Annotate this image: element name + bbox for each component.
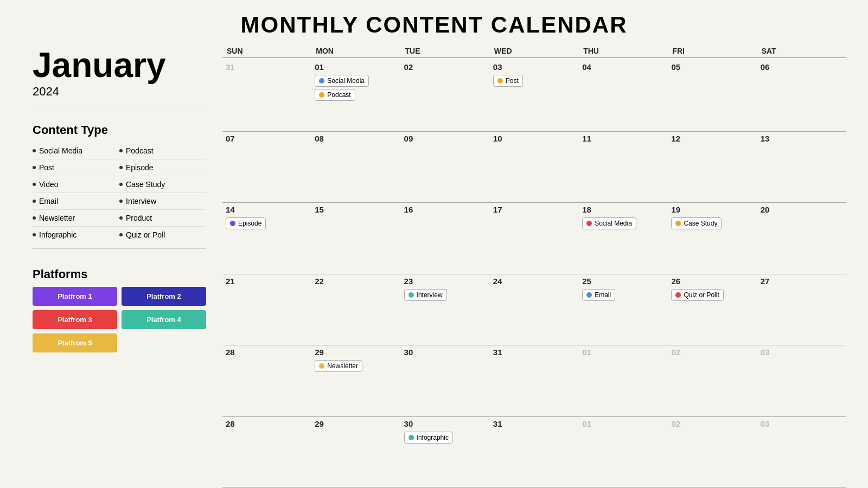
cell-day: 27 [761, 277, 843, 286]
event-label: Social Media [327, 77, 365, 85]
cell-day: 05 [671, 62, 754, 72]
cal-cell: 29Newsletter [311, 345, 400, 417]
cal-cell: 27 [757, 274, 846, 346]
cal-cell: 16 [401, 203, 490, 274]
cell-day: 03 [493, 62, 576, 72]
cal-cell: 14Episode [222, 203, 311, 274]
event-badge: Case Study [671, 217, 722, 229]
cal-cell: 31 [490, 417, 579, 489]
content-type-item: Newsletter [33, 210, 119, 227]
day-header-mon: MON [311, 43, 400, 58]
cell-day: 03 [761, 348, 843, 357]
cal-cell: 01 [579, 417, 668, 489]
cal-cell: 03Post [490, 60, 579, 132]
cell-day: 14 [226, 205, 308, 214]
cell-day: 15 [315, 205, 397, 214]
cal-cell: 20 [757, 203, 846, 274]
left-panel: January 2024 Content Type Social MediaPo… [16, 43, 217, 488]
cell-day: 23 [404, 277, 487, 286]
event-label: Email [595, 291, 611, 299]
cell-day: 24 [493, 277, 576, 286]
day-header-thu: THU [579, 43, 668, 58]
cal-cell: 31 [490, 345, 579, 417]
cell-day: 22 [315, 277, 397, 286]
year: 2024 [33, 85, 206, 99]
platform-btn-p5[interactable]: Platfrom 5 [33, 333, 117, 352]
event-badge: Social Media [315, 75, 369, 87]
content-type-label: Episode [126, 163, 154, 172]
cal-cell: 18Social Media [579, 203, 668, 274]
platform-btn-p3[interactable]: Platfrom 3 [33, 310, 117, 329]
cal-cell: 08 [311, 132, 400, 203]
cal-cell: 03 [757, 345, 846, 417]
cal-cell: 30 [401, 345, 490, 417]
content-type-item: Episode [119, 159, 206, 176]
cal-cell: 10 [490, 132, 579, 203]
content-type-label: Email [39, 197, 58, 206]
cal-cell: 15 [311, 203, 400, 274]
event-label: Social Media [595, 220, 632, 227]
content-type-item: Infographic [33, 227, 119, 243]
cal-cell: 24 [490, 274, 579, 346]
cell-day: 04 [582, 62, 665, 72]
event-badge: Newsletter [315, 360, 362, 372]
cell-day: 09 [404, 134, 487, 143]
cell-day: 01 [315, 62, 397, 72]
bullet [119, 166, 123, 169]
content-type-label: Podcast [126, 146, 154, 155]
content-type-title: Content Type [33, 123, 206, 137]
content-type-list: Social MediaPodcastPostEpisodeVideoCase … [33, 143, 206, 243]
content-type-item: Email [33, 193, 119, 210]
page-title: MONTHLY CONTENT CALENDAR [240, 12, 627, 38]
main-container: January 2024 Content Type Social MediaPo… [16, 43, 852, 488]
day-header-wed: WED [490, 43, 579, 58]
bullet [119, 233, 123, 236]
content-type-item: Interview [119, 193, 206, 210]
event-dot [319, 363, 324, 369]
cell-day: 10 [493, 134, 576, 143]
cal-cell: 03 [757, 417, 846, 489]
divider-1 [33, 112, 206, 112]
content-type-label: Infographic [39, 230, 76, 239]
content-type-label: Product [126, 214, 152, 222]
bullet [33, 216, 36, 220]
cal-cell: 23Interview [401, 274, 490, 346]
cell-day: 01 [582, 348, 665, 357]
cell-day: 01 [582, 419, 665, 428]
platform-btn-p4[interactable]: Platfrom 4 [122, 310, 206, 329]
day-header-sat: SAT [757, 43, 846, 58]
cal-cell: 02 [668, 345, 757, 417]
bullet [33, 149, 36, 152]
content-type-label: Social Media [39, 146, 82, 155]
cal-cell: 05 [668, 60, 757, 132]
cell-day: 07 [226, 134, 308, 143]
cal-cell: 21 [222, 274, 311, 346]
cell-day: 28 [226, 348, 308, 357]
cal-cell: 01 [579, 345, 668, 417]
cal-cell: 02 [668, 417, 757, 489]
event-label: Newsletter [327, 362, 358, 370]
event-dot [409, 435, 414, 440]
cell-day: 20 [761, 205, 843, 214]
bullet [119, 183, 123, 186]
cell-day: 13 [761, 134, 843, 143]
cell-day: 31 [226, 62, 308, 72]
platform-btn-p1[interactable]: Platfrom 1 [33, 287, 117, 306]
event-dot [675, 292, 681, 298]
bullet [119, 200, 123, 203]
cell-day: 16 [404, 205, 487, 214]
event-badge: Episode [226, 217, 266, 229]
content-type-label: Video [39, 180, 59, 189]
cell-day: 29 [315, 419, 397, 428]
event-badge: Quiz or Polit [671, 289, 723, 301]
calendar-header: SUNMONTUEWEDTHUFRISAT [222, 43, 846, 58]
event-dot [409, 292, 414, 298]
cal-cell: 28 [222, 345, 311, 417]
cell-day: 18 [582, 205, 665, 214]
event-badge: Interview [404, 289, 447, 301]
event-badge: Infographic [404, 432, 453, 444]
cell-day: 21 [226, 277, 308, 286]
content-type-label: Post [39, 163, 54, 172]
content-type-item: Social Media [33, 143, 119, 159]
platform-btn-p2[interactable]: Platfrom 2 [122, 287, 206, 306]
